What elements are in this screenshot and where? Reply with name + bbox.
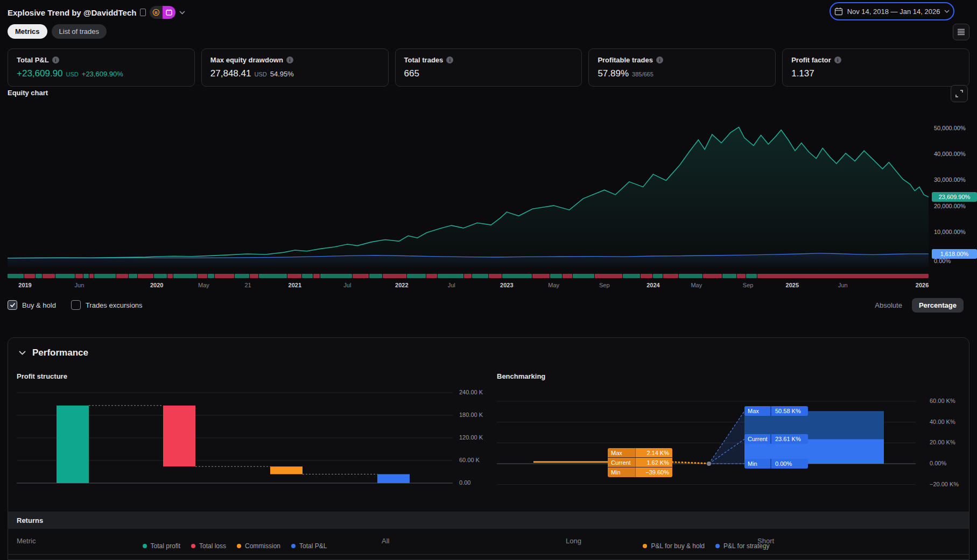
legend-item: Total profit	[143, 542, 180, 550]
equity-x-tick: Jul	[343, 282, 351, 288]
tab-list-of-trades[interactable]: List of trades	[52, 24, 107, 39]
equity-x-tick: 2022	[395, 282, 408, 288]
trade-marker	[55, 274, 75, 278]
strategy-title-row: Explosive Trend by @DaviddTech B	[8, 6, 185, 19]
profit-y-tick: 240.00 K	[459, 389, 483, 395]
equity-x-tick: 2026	[916, 282, 929, 288]
equity-x-tick: Jul	[448, 282, 455, 288]
legend-item: Total loss	[191, 542, 226, 550]
date-range-label: Nov 14, 2018 — Jan 14, 2026	[847, 8, 940, 16]
equity-x-tick: Sep	[743, 282, 754, 288]
date-range-picker[interactable]: Nov 14, 2018 — Jan 14, 2026	[830, 2, 954, 20]
trade-marker	[595, 274, 623, 278]
equity-y-tick: 50,000.00%	[934, 125, 966, 131]
trade-marker	[703, 274, 722, 278]
card-unit: USD	[66, 71, 79, 77]
tooltip-value: 2.14 K%	[636, 448, 672, 457]
trade-marker	[426, 274, 437, 278]
symbol-calendar-icon	[163, 6, 175, 19]
chevron-down-icon[interactable]	[179, 11, 185, 15]
tooltip-value: 1.62 K%	[636, 458, 672, 467]
trade-marker	[287, 274, 301, 278]
info-icon[interactable]	[446, 56, 453, 63]
metric-cards-row: Total P&L +23,609.90USD+23,609.90% Max e…	[8, 48, 969, 87]
trade-marker	[737, 274, 746, 278]
equity-x-tick: 2021	[289, 282, 301, 288]
card-label: Total trades	[404, 56, 444, 64]
list-icon	[957, 29, 965, 36]
tooltip-row: Max2.14 K%	[608, 448, 672, 458]
trade-marker	[116, 274, 128, 278]
trade-marker	[313, 274, 320, 278]
trade-marker	[138, 274, 154, 278]
returns-title: Returns	[17, 516, 43, 524]
metric-card-total-pnl: Total P&L +23,609.90USD+23,609.90%	[8, 48, 195, 87]
profit-structure-chart[interactable]: 240.00 K180.00 K120.00 K60.00 K0.00 Tota…	[17, 389, 463, 505]
chip-value: 50.58 K%	[771, 406, 808, 416]
benchmarking-y-tick: 20.00 K%	[930, 439, 955, 445]
legend-dot	[291, 544, 296, 548]
benchmarking-title: Benchmarking	[497, 372, 545, 380]
legend-label: Total loss	[199, 542, 226, 550]
card-extra: +23,609.90%	[82, 70, 123, 78]
trade-marker	[746, 274, 757, 278]
info-icon[interactable]	[834, 56, 841, 63]
legend-item: Total P&L	[291, 542, 327, 550]
equity-x-tick: 2020	[150, 282, 163, 288]
buyhold-value-badge: 1,618.00%	[932, 249, 977, 259]
strategy-symbol-badges[interactable]: B	[150, 6, 175, 19]
expand-icon	[955, 90, 963, 97]
trade-marker	[167, 274, 173, 278]
trade-markers-strip	[8, 274, 929, 278]
collapse-chevron-icon[interactable]	[19, 351, 26, 355]
percentage-toggle[interactable]: Percentage	[912, 298, 964, 313]
equity-chart[interactable]	[8, 102, 929, 269]
absolute-toggle[interactable]: Absolute	[875, 301, 902, 309]
tab-metrics[interactable]: Metrics	[8, 24, 47, 39]
equity-x-tick: May	[548, 282, 559, 288]
trade-marker	[259, 274, 287, 278]
card-value: 1.137	[791, 68, 814, 79]
trade-marker	[215, 274, 234, 278]
equity-y-tick: 20,000.00%	[934, 203, 966, 209]
trade-marker	[83, 274, 89, 278]
expand-button[interactable]	[951, 85, 968, 102]
trade-marker	[89, 274, 94, 278]
benchmarking-canvas	[497, 389, 916, 492]
legend-label: Total profit	[151, 542, 180, 550]
info-icon[interactable]	[52, 56, 59, 63]
info-icon[interactable]	[656, 56, 663, 63]
info-icon[interactable]	[286, 56, 293, 63]
trade-marker	[369, 274, 382, 278]
benchmarking-chart[interactable]: 60.00 K%40.00 K%20.00 K%0.00%−20.00 K% M…	[497, 389, 969, 505]
legend-dot	[715, 544, 720, 548]
legend-dot	[191, 544, 195, 548]
equity-y-tick: 40,000.00%	[934, 151, 966, 157]
chevron-down-icon	[944, 10, 950, 13]
benchmarking-y-tick: −20.00 K%	[930, 481, 959, 487]
returns-section-header[interactable]: Returns	[8, 512, 969, 529]
layout-menu-button[interactable]	[953, 24, 969, 40]
equity-x-tick: Jun	[75, 282, 85, 288]
strategy-current-chip: Current23.61 K%	[744, 434, 808, 444]
equity-x-axis: 2019Jun2020May212021Jul2022Jul2023MaySep…	[8, 282, 929, 290]
chip-label: Max	[744, 406, 771, 416]
svg-text:B: B	[155, 10, 158, 15]
metric-card-max-drawdown: Max equity drawdown 27,848.41USD54.95%	[201, 48, 389, 87]
card-unit: USD	[254, 71, 266, 77]
trade-marker	[320, 274, 353, 278]
legend-dot	[143, 544, 147, 548]
trade-marker	[464, 274, 472, 278]
trade-marker	[383, 274, 406, 278]
equity-chart-title: Equity chart	[8, 89, 48, 97]
card-value: +23,609.90	[17, 68, 63, 79]
legend-label: Total P&L	[299, 542, 327, 550]
trade-marker	[407, 274, 426, 278]
trade-marker	[94, 274, 116, 278]
trade-marker	[502, 274, 532, 278]
trade-marker	[623, 274, 640, 278]
unit-toggle-group: Absolute Percentage	[0, 297, 964, 313]
chip-label: Current	[744, 434, 771, 444]
trade-marker	[653, 274, 663, 278]
equity-chart-canvas	[8, 102, 929, 269]
